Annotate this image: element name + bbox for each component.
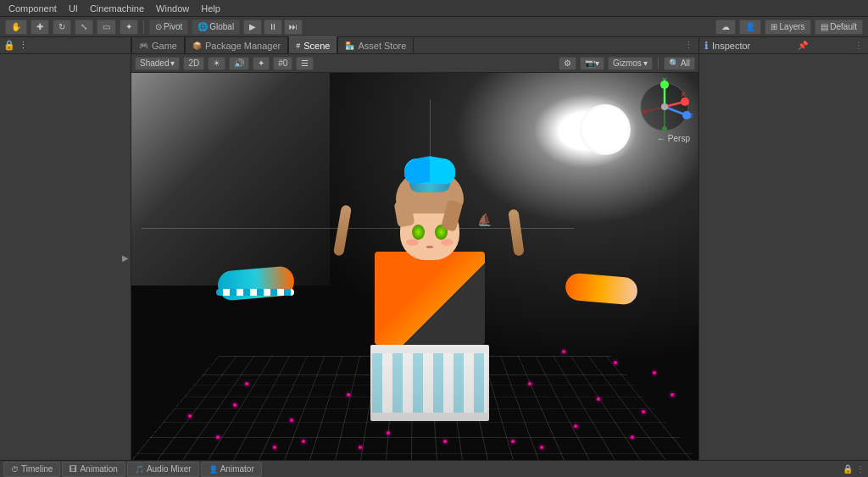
moon-object [580, 104, 631, 155]
char-braid-right [509, 209, 526, 257]
asset-store-tab-icon: 🏪 [345, 42, 354, 50]
gizmos-label: Gizmos [613, 58, 642, 68]
inspector-title: Inspector [712, 41, 750, 51]
bottom-tab-audio-mixer[interactable]: 🎵 Audio Mixer [127, 462, 199, 477]
inspector-body [699, 54, 868, 460]
package-tab-label: Package Manager [205, 41, 281, 51]
2d-toggle[interactable]: 2D [183, 57, 204, 70]
menu-window[interactable]: Window [151, 3, 194, 14]
transform-tool-move[interactable]: ✚ [31, 19, 49, 35]
timeline-label: Timeline [21, 464, 53, 474]
inspector-header: ℹ Inspector 📌 ⋮ [699, 37, 868, 54]
inspector-more-button[interactable]: ⋮ [854, 41, 863, 50]
tabs-bar: 🎮 Game 📦 Package Manager # Scene 🏪 Asset… [131, 37, 698, 54]
pause-button[interactable]: ⏸ [264, 19, 282, 35]
bottom-lock-icon[interactable]: 🔒 [843, 464, 853, 474]
menu-ui[interactable]: UI [64, 3, 83, 14]
svg-text:Z: Z [689, 112, 693, 119]
shaded-label: Shaded [140, 58, 169, 68]
camera-dropdown[interactable]: 📷▾ [580, 57, 604, 70]
pivot-toggle[interactable]: ⊙ Pivot [149, 19, 188, 35]
center-area: 🎮 Game 📦 Package Manager # Scene 🏪 Asset… [131, 37, 698, 460]
char-bow [404, 158, 455, 184]
all-label: All [681, 58, 690, 68]
timeline-icon: ⏱ [11, 465, 19, 474]
tabs-more-button[interactable]: ⋮ [679, 36, 698, 53]
svg-point-14 [661, 103, 668, 110]
play-controls: ▶ ⏸ ⏭ [243, 19, 303, 35]
menu-cinemachine[interactable]: Cinemachine [85, 3, 149, 14]
package-tab-icon: 📦 [192, 42, 202, 50]
animator-icon: 👤 [209, 465, 218, 474]
scene-tab-icon: # [296, 42, 300, 50]
shaded-dropdown[interactable]: Shaded ▾ [135, 57, 180, 70]
game-tab-icon: 🎮 [139, 42, 148, 50]
menu-component[interactable]: Component [3, 3, 62, 14]
global-icon: 🌐 [198, 22, 208, 31]
bottom-tabs-bar: ⏱ Timeline 🎞 Animation 🎵 Audio Mixer 👤 A… [0, 460, 868, 477]
main-layout: 🔒 ⋮ ▶ 🎮 Game 📦 Package Manager # Scene 🏪 [0, 37, 868, 460]
fx-toggle[interactable]: ✦ [253, 57, 270, 70]
all-dropdown[interactable]: 🔍 All [664, 57, 695, 70]
lighting-toggle[interactable]: ☀ [208, 57, 225, 70]
char-braid-left [333, 205, 352, 257]
global-toggle[interactable]: 🌐 Global [192, 19, 240, 35]
main-toolbar: ✋ ✚ ↻ ⤡ ▭ ✦ ⊙ Pivot 🌐 Global ▶ ⏸ ⏭ ☁ 👤 ⊞… [0, 17, 868, 37]
scene-toolbar-right: ⚙ 📷▾ Gizmos ▾ 🔍 All [559, 57, 695, 70]
bottom-tab-animation[interactable]: 🎞 Animation [62, 462, 125, 477]
collapse-arrow[interactable]: ▶ [122, 252, 129, 262]
menu-bar: Component UI Cinemachine Window Help [0, 0, 868, 17]
tab-scene[interactable]: # Scene [288, 36, 337, 53]
animator-label: Animator [220, 464, 254, 474]
gizmos-dropdown[interactable]: Gizmos ▾ [608, 57, 653, 70]
global-label: Global [209, 22, 234, 31]
shaded-chevron: ▾ [170, 58, 175, 68]
sidebar-header: 🔒 ⋮ [0, 37, 131, 54]
hidden-objects[interactable]: ☰ [296, 57, 314, 70]
audio-toggle[interactable]: 🔊 [229, 57, 249, 70]
game-tab-label: Game [152, 41, 177, 51]
svg-text:Y: Y [662, 78, 667, 84]
bottom-tab-animator[interactable]: 👤 Animator [201, 462, 262, 477]
scene-viewport[interactable]: ✳ ⛵ [131, 73, 698, 460]
char-arm-stripes [216, 289, 294, 296]
layout-button[interactable]: ▤ Default [815, 19, 863, 35]
animation-label: Animation [80, 464, 117, 474]
asset-store-tab-label: Asset Store [358, 41, 406, 51]
layers-button[interactable]: ⊞ Layers [765, 19, 811, 35]
scene-tab-label: Scene [303, 41, 330, 51]
pivot-icon: ⊙ [155, 22, 162, 31]
bottom-right-controls: 🔒 ⋮ [843, 464, 865, 474]
transform-tool-scale[interactable]: ⤡ [75, 19, 93, 35]
tools-button[interactable]: ⚙ [559, 57, 576, 70]
tab-game[interactable]: 🎮 Game [131, 36, 185, 53]
cloud-button[interactable]: ☁ [715, 19, 736, 35]
transform-tool-rotate[interactable]: ↻ [53, 19, 71, 35]
audio-mixer-label: Audio Mixer [147, 464, 192, 474]
lock-icon: 🔒 [3, 40, 15, 51]
sidebar-more-icon[interactable]: ⋮ [19, 40, 28, 51]
account-button[interactable]: 👤 [739, 19, 761, 35]
toolbar-sep-1 [143, 20, 144, 34]
play-button[interactable]: ▶ [243, 19, 262, 35]
scene-toolbar-sep [658, 58, 659, 69]
bottom-more-icon[interactable]: ⋮ [856, 464, 865, 474]
menu-help[interactable]: Help [196, 3, 225, 14]
gizmo-compass[interactable]: X Y Z [636, 78, 693, 136]
transform-tool-hand[interactable]: ✋ [5, 19, 27, 35]
svg-text:X: X [681, 91, 686, 98]
scene-view-effects[interactable]: #0 [273, 57, 292, 70]
bottom-tab-timeline[interactable]: ⏱ Timeline [3, 462, 60, 477]
persp-label: ← Persp [657, 134, 690, 143]
character-model [286, 99, 574, 421]
inspector-pin-button[interactable]: 📌 [798, 41, 808, 50]
audio-mixer-icon: 🎵 [135, 465, 144, 474]
svg-point-2 [681, 97, 689, 106]
transform-tool-rect[interactable]: ▭ [97, 19, 116, 35]
transform-tool-combined[interactable]: ✦ [120, 19, 138, 35]
tab-package-manager[interactable]: 📦 Package Manager [185, 36, 288, 53]
tab-asset-store[interactable]: 🏪 Asset Store [337, 36, 414, 53]
step-button[interactable]: ⏭ [284, 19, 303, 35]
gizmos-chevron: ▾ [643, 58, 648, 68]
inspector-icon: ℹ [704, 40, 709, 52]
